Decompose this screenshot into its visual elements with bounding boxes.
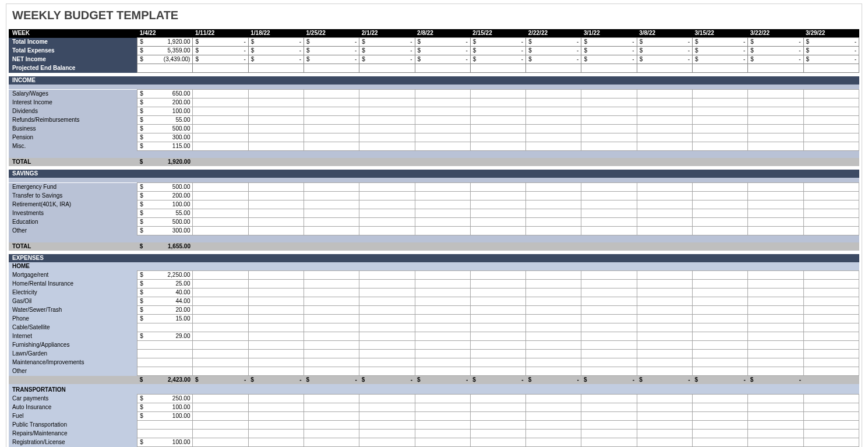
input-cell[interactable]	[692, 90, 747, 98]
input-cell[interactable]	[637, 403, 692, 412]
input-cell[interactable]	[637, 218, 692, 227]
input-cell[interactable]	[304, 183, 359, 192]
input-cell[interactable]	[193, 107, 248, 116]
input-cell[interactable]	[415, 367, 470, 376]
input-cell[interactable]	[526, 125, 581, 133]
input-cell[interactable]	[803, 403, 859, 412]
input-cell[interactable]	[359, 412, 415, 421]
input-cell[interactable]	[692, 350, 747, 358]
input-cell[interactable]	[304, 200, 359, 209]
input-cell[interactable]	[248, 209, 304, 218]
input-cell[interactable]	[359, 133, 415, 142]
input-cell[interactable]	[803, 341, 859, 350]
input-cell[interactable]	[415, 218, 470, 227]
input-cell[interactable]	[803, 315, 859, 323]
cell[interactable]	[526, 64, 581, 73]
input-cell[interactable]	[748, 358, 803, 367]
input-cell[interactable]	[637, 315, 692, 323]
input-cell[interactable]	[359, 323, 415, 332]
input-cell[interactable]	[526, 341, 581, 350]
input-cell[interactable]	[193, 438, 248, 447]
input-cell[interactable]	[803, 133, 859, 142]
input-cell[interactable]	[803, 288, 859, 297]
input-cell[interactable]	[415, 358, 470, 367]
money-cell[interactable]: $100.00	[137, 412, 193, 421]
input-cell[interactable]	[803, 192, 859, 200]
input-cell[interactable]	[748, 367, 803, 376]
input-cell[interactable]	[803, 280, 859, 288]
input-cell[interactable]	[637, 183, 692, 192]
input-cell[interactable]	[692, 288, 747, 297]
input-cell[interactable]	[304, 271, 359, 280]
input-cell[interactable]	[637, 438, 692, 447]
input-cell[interactable]	[470, 183, 525, 192]
input-cell[interactable]	[470, 403, 525, 412]
input-cell[interactable]	[803, 297, 859, 306]
input-cell[interactable]	[637, 192, 692, 200]
input-cell[interactable]	[415, 438, 470, 447]
input-cell[interactable]	[581, 341, 637, 350]
input-cell[interactable]	[748, 142, 803, 151]
input-cell[interactable]	[304, 280, 359, 288]
input-cell[interactable]	[304, 90, 359, 98]
input-cell[interactable]	[581, 288, 637, 297]
input-cell[interactable]	[359, 332, 415, 341]
input-cell[interactable]	[748, 306, 803, 315]
input-cell[interactable]	[193, 350, 248, 358]
input-cell[interactable]	[526, 395, 581, 403]
input-cell[interactable]	[748, 192, 803, 200]
input-cell[interactable]	[637, 350, 692, 358]
money-cell[interactable]: $100.00	[137, 107, 193, 116]
input-cell[interactable]	[248, 133, 304, 142]
cell[interactable]	[137, 64, 193, 73]
input-cell[interactable]	[526, 90, 581, 98]
input-cell[interactable]	[304, 116, 359, 125]
input-cell[interactable]	[748, 395, 803, 403]
input-cell[interactable]	[470, 341, 525, 350]
input-cell[interactable]	[304, 306, 359, 315]
input-cell[interactable]	[415, 200, 470, 209]
input-cell[interactable]	[803, 200, 859, 209]
input-cell[interactable]	[692, 271, 747, 280]
input-cell[interactable]	[637, 209, 692, 218]
input-cell[interactable]	[415, 288, 470, 297]
input-cell[interactable]	[359, 421, 415, 430]
input-cell[interactable]	[193, 218, 248, 227]
input-cell[interactable]	[526, 306, 581, 315]
input-cell[interactable]	[415, 209, 470, 218]
input-cell[interactable]	[193, 142, 248, 151]
input-cell[interactable]	[692, 116, 747, 125]
input-cell[interactable]	[581, 107, 637, 116]
input-cell[interactable]	[748, 116, 803, 125]
input-cell[interactable]	[692, 332, 747, 341]
input-cell[interactable]	[581, 90, 637, 98]
input-cell[interactable]	[415, 133, 470, 142]
input-cell[interactable]	[803, 218, 859, 227]
input-cell[interactable]	[193, 297, 248, 306]
input-cell[interactable]	[415, 183, 470, 192]
input-cell[interactable]	[470, 192, 525, 200]
input-cell[interactable]	[581, 280, 637, 288]
input-cell[interactable]	[359, 142, 415, 151]
input-cell[interactable]	[359, 280, 415, 288]
input-cell[interactable]	[692, 306, 747, 315]
input-cell[interactable]	[692, 395, 747, 403]
input-cell[interactable]	[526, 297, 581, 306]
input-cell[interactable]	[581, 403, 637, 412]
input-cell[interactable]	[637, 98, 692, 107]
input-cell[interactable]	[304, 358, 359, 367]
input-cell[interactable]	[470, 438, 525, 447]
input-cell[interactable]	[415, 421, 470, 430]
input-cell[interactable]	[692, 358, 747, 367]
input-cell[interactable]	[248, 367, 304, 376]
input-cell[interactable]	[581, 332, 637, 341]
input-cell[interactable]	[470, 315, 525, 323]
input-cell[interactable]	[526, 332, 581, 341]
input-cell[interactable]	[193, 341, 248, 350]
input-cell[interactable]	[581, 367, 637, 376]
input-cell[interactable]	[526, 192, 581, 200]
input-cell[interactable]	[803, 438, 859, 447]
input-cell[interactable]	[415, 297, 470, 306]
input-cell[interactable]	[803, 350, 859, 358]
input-cell[interactable]	[248, 438, 304, 447]
